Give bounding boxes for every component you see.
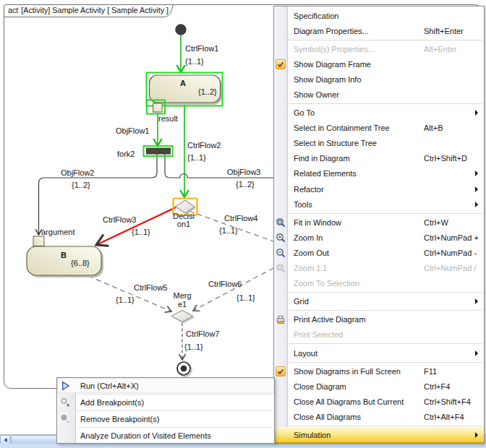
run-icon [60,380,71,391]
menu-item-refactor[interactable]: Refactor [274,181,484,197]
ctrlflow6-multiplicity: {1..1} [236,293,255,302]
menu-item-shortcut: Ctrl+NumPad / [424,264,476,272]
simulation-submenu: Run (Ctrl+Alt+X)Add Breakpoint(s)Remove … [56,377,275,444]
menu-item-add-breakpoint-s[interactable]: Add Breakpoint(s) [57,395,274,410]
submenu-arrow-icon [475,186,478,192]
menu-item-select-in-structure-tree[interactable]: Select in Structure Tree [274,136,484,151]
menu-item-show-diagrams-in-full-screen[interactable]: Show Diagrams in Full ScreenF11 [274,363,484,379]
menu-item-label: Analyze Duration of Visited Elements [80,431,211,440]
menu-item-label: Layout [294,349,317,358]
menu-item-label: Zoom In [294,233,323,242]
menu-item-label: Zoom 1:1 [294,264,327,272]
ctrlflow1-multiplicity: {1..1} [185,57,204,66]
menu-item-shortcut: Ctrl+F4 [424,382,450,391]
menu-item-print-selected: Print Selected [274,327,484,343]
submenu-arrow-icon [475,110,478,116]
menu-separator [289,292,482,293]
argument-pin-label: argument [41,228,74,236]
menu-item-print-active-diagram[interactable]: Print Active Diagram [274,312,484,327]
menu-item-shortcut: Ctrl+Shift+F4 [424,397,471,406]
result-pin-label: result [158,114,178,123]
objflow1-label: ObjFlow1 [116,126,149,135]
menu-item-zoom-out[interactable]: Zoom OutCtrl+NumPad - [274,245,484,260]
menu-item-show-diagram-frame[interactable]: Show Diagram Frame [274,56,484,72]
menu-item-label: Symbol(s) Properties... [294,45,375,53]
menu-separator [289,103,482,104]
ctrlflow2-multiplicity: {1..1} [187,153,206,162]
menu-item-label: Print Selected [294,330,343,339]
menu-item-label: Add Breakpoint(s) [80,398,144,407]
menu-item-close-all-diagrams-but-current[interactable]: Close All Diagrams But CurrentCtrl+Shift… [274,394,484,409]
add-breakpoint-icon [60,397,71,408]
ctrlflow3-label: CtrlFlow3 [103,215,136,224]
fit-window-icon [276,217,286,228]
menu-item-label: Diagram Properties... [294,27,369,35]
menu-separator [289,40,482,40]
action-b-label: B [61,251,67,259]
printer-icon [276,314,286,324]
menu-item-zoom-in[interactable]: Zoom InCtrl+NumPad + [274,230,484,245]
action-a-multiplicity: {1..2} [198,87,217,96]
menu-item-go-to[interactable]: Go To [274,105,484,121]
ctrlflow2-label: CtrlFlow2 [187,141,221,150]
menu-separator [289,213,482,214]
menu-item-tools[interactable]: Tools [274,197,484,212]
menu-item-label: Zoom Out [294,249,329,257]
ctrlflow1-label: CtrlFlow1 [185,44,218,53]
window-bottom-edge [0,444,486,448]
menu-item-shortcut: Ctrl+NumPad - [424,249,477,257]
fork-node[interactable] [147,148,171,154]
ctrlflow7-multiplicity: {1..1} [184,343,203,351]
ctrlflow4-label: CtrlFlow4 [224,214,257,223]
final-node-dot [181,366,187,372]
initial-node[interactable] [176,25,186,35]
checkmark-icon [276,59,286,69]
menu-item-grid[interactable]: Grid [274,294,484,309]
zoom-in-icon [276,233,286,243]
ctrlflow5-label: CtrlFlow5 [134,283,167,292]
menu-item-shortcut: Ctrl+Alt+F4 [424,413,464,421]
menu-item-close-diagram[interactable]: Close DiagramCtrl+F4 [274,379,484,394]
menu-item-label: Close Diagram [294,382,346,391]
menu-item-label: Show Owner [294,90,339,99]
submenu-arrow-icon [475,298,478,304]
ctrlflow6-label: CtrlFlow6 [208,280,242,288]
menu-item-label: Run (Ctrl+Alt+X) [80,382,139,390]
menu-item-show-owner[interactable]: Show Owner [274,87,484,102]
menu-item-run-ctrl-alt-x[interactable]: Run (Ctrl+Alt+X) [57,378,274,393]
result-pin[interactable] [153,103,163,112]
menu-item-layout[interactable]: Layout [274,345,484,361]
menu-item-analyze-duration-of-visited-elements[interactable]: Analyze Duration of Visited Elements [57,428,274,443]
menu-item-specification[interactable]: Specification [274,8,484,23]
menu-item-shortcut: Alt+B [424,124,443,132]
menu-item-close-all-diagrams[interactable]: Close All DiagramsCtrl+Alt+F4 [274,409,484,424]
menu-item-find-in-diagram[interactable]: Find in DiagramCtrl+Shift+D [274,151,484,166]
objflow2-multiplicity: {1..2} [72,181,90,189]
menu-item-remove-breakpoint-s: Remove Breakpoint(s) [57,411,274,426]
menu-item-related-elements[interactable]: Related Elements [274,166,484,181]
menu-item-label: Print Active Diagram [294,315,366,324]
context-menu: SpecificationDiagram Properties...Shift+… [273,6,485,444]
submenu-arrow-icon [475,432,478,438]
menu-item-zoom-to-selection: Zoom To Selection [274,276,484,291]
menu-item-zoom-1-1: Zoom 1:1Ctrl+NumPad / [274,261,484,276]
menu-item-shortcut: Ctrl+Shift+D [424,154,467,163]
action-a-label: A [180,79,186,87]
menu-item-diagram-properties[interactable]: Diagram Properties...Shift+Enter [274,23,484,38]
ctrlflow5-multiplicity: {1..1} [116,296,135,304]
menu-item-show-diagram-info[interactable]: Show Diagram Info [274,72,484,87]
menu-item-fit-in-window[interactable]: Fit in WindowCtrl+W [274,215,484,230]
menu-item-shortcut: Ctrl+W [424,218,448,227]
objflow3-label: ObjFlow3 [227,168,260,176]
menu-item-label: Specification [294,12,338,20]
fork-label: fork2 [117,150,135,158]
menu-item-shortcut: F11 [424,367,437,376]
menu-item-select-in-containment-tree[interactable]: Select in Containment TreeAlt+B [274,121,484,136]
menu-item-symbol-s-properties: Symbol(s) Properties...Alt+Enter [274,41,484,56]
menu-item-simulation[interactable]: Simulation [274,427,484,442]
application-window: act[Activity] Sample Activity [ Sample A… [0,0,486,448]
menu-item-label: Zoom To Selection [294,279,359,288]
argument-pin[interactable] [33,236,44,246]
checkmark-icon [276,366,286,376]
menu-item-label: Remove Breakpoint(s) [80,415,159,423]
